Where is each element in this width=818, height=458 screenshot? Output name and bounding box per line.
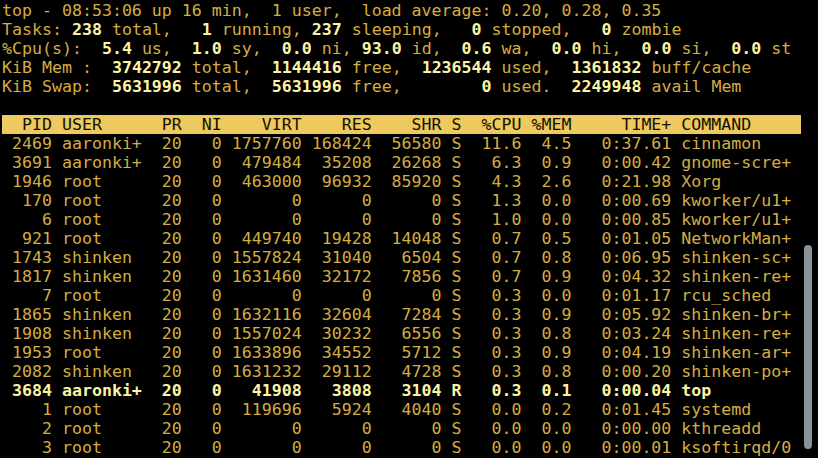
process-row-921: 921 root 20 0 449740 19428 14048 S 0.7 0… bbox=[2, 229, 818, 248]
summary-area: top - 08:53:06 up 16 min, 1 user, load a… bbox=[2, 1, 818, 96]
terminal-window: top - 08:53:06 up 16 min, 1 user, load a… bbox=[0, 0, 818, 458]
process-row-1865: 1865 shinken 20 0 1632116 32604 7284 S 0… bbox=[2, 305, 818, 324]
process-list: 2469 aaronki+ 20 0 1757760 168424 56580 … bbox=[2, 134, 818, 457]
cpu-line: %Cpu(s): 5.4 us, 1.0 sy, 0.0 ni, 93.0 id… bbox=[2, 39, 818, 58]
swap-line: KiB Swap: 5631996 total, 5631996 free, 0… bbox=[2, 77, 818, 96]
process-row-3691: 3691 aaronki+ 20 0 479484 35208 26268 S … bbox=[2, 153, 818, 172]
process-row-1953: 1953 root 20 0 1633896 34552 5712 S 0.3 … bbox=[2, 343, 818, 362]
scrollbar-thumb[interactable] bbox=[804, 245, 812, 449]
process-row-1908: 1908 shinken 20 0 1557024 30232 6556 S 0… bbox=[2, 324, 818, 343]
process-row-1817: 1817 shinken 20 0 1631460 32172 7856 S 0… bbox=[2, 267, 818, 286]
process-row-3: 3 root 20 0 0 0 0 S 0.0 0.0 0:00.01 ksof… bbox=[2, 438, 818, 457]
process-row-2082: 2082 shinken 20 0 1631232 29112 4728 S 0… bbox=[2, 362, 818, 381]
table-header-text: PID USER PR NI VIRT RES SHR S %CPU %MEM … bbox=[2, 115, 801, 134]
process-row-2: 2 root 20 0 0 0 0 S 0.0 0.0 0:00.00 kthr… bbox=[2, 419, 818, 438]
process-row-1946: 1946 root 20 0 463000 96932 85920 S 4.3 … bbox=[2, 172, 818, 191]
blank-line bbox=[2, 96, 818, 115]
process-row-2469: 2469 aaronki+ 20 0 1757760 168424 56580 … bbox=[2, 134, 818, 153]
table-header-row: PID USER PR NI VIRT RES SHR S %CPU %MEM … bbox=[2, 115, 818, 134]
mem-line: KiB Mem : 3742792 total, 1144416 free, 1… bbox=[2, 58, 818, 77]
process-row-7: 7 root 20 0 0 0 0 S 0.3 0.0 0:01.17 rcu_… bbox=[2, 286, 818, 305]
process-row-6: 6 root 20 0 0 0 0 S 1.0 0.0 0:00.85 kwor… bbox=[2, 210, 818, 229]
process-row-1743: 1743 shinken 20 0 1557824 31040 6504 S 0… bbox=[2, 248, 818, 267]
tasks-line: Tasks: 238 total, 1 running, 237 sleepin… bbox=[2, 20, 818, 39]
uptime-line: top - 08:53:06 up 16 min, 1 user, load a… bbox=[2, 1, 818, 20]
process-row-3684: 3684 aaronki+ 20 0 41908 3808 3104 R 0.3… bbox=[2, 381, 818, 400]
process-row-170: 170 root 20 0 0 0 0 S 1.3 0.0 0:00.69 kw… bbox=[2, 191, 818, 210]
process-row-1: 1 root 20 0 119696 5924 4040 S 0.0 0.2 0… bbox=[2, 400, 818, 419]
